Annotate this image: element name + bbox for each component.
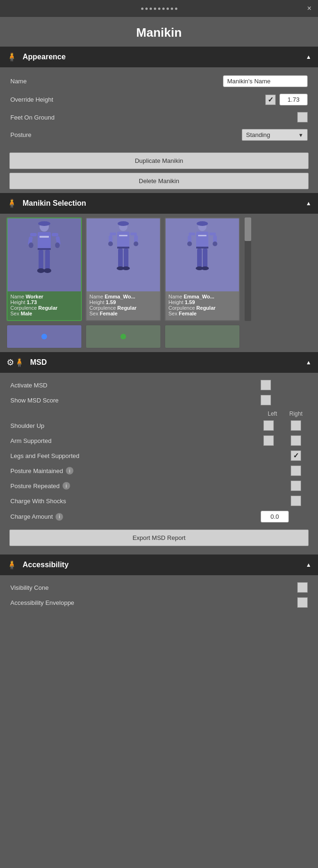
svg-rect-25 [124, 249, 128, 267]
posture-label: Posture [10, 131, 242, 138]
manikin-card-1[interactable]: Name Worker Height 1.73 Corpulence Regul… [7, 217, 82, 321]
activate-msd-label: Activate MSD [10, 382, 261, 389]
manikin-selection-header[interactable]: 🧍 Manikin Selection ▲ [0, 193, 318, 214]
posture-repeated-checks [284, 481, 308, 491]
card-2-sex: Female [100, 311, 118, 316]
appearance-section-body: Name Override Height Feet On Ground Post… [0, 67, 318, 149]
manikin-cards-area: Name Worker Height 1.73 Corpulence Regul… [0, 214, 318, 352]
svg-rect-3 [30, 233, 37, 236]
charge-with-shocks-checkbox[interactable] [291, 496, 301, 506]
svg-rect-9 [39, 250, 43, 270]
msd-section-header[interactable]: ⚙🧍 MSD ▲ [0, 352, 318, 373]
show-msd-score-checkbox[interactable] [261, 395, 271, 405]
svg-rect-10 [45, 250, 50, 270]
col-right-label: Right [284, 410, 308, 417]
posture-select[interactable]: Standing ▼ [242, 129, 308, 141]
override-height-checkbox[interactable] [265, 95, 276, 105]
svg-point-11 [37, 268, 45, 273]
svg-rect-33 [189, 233, 195, 235]
name-label: Name [10, 78, 223, 85]
posture-repeated-check-cell [284, 481, 308, 491]
override-height-row: Override Height [0, 90, 318, 109]
posture-control: Standing ▼ [242, 129, 308, 141]
activate-msd-row: Activate MSD [0, 378, 318, 393]
manikin-selection-icon: 🧍 [7, 198, 17, 209]
charge-with-shocks-check-cell [284, 496, 308, 506]
accessibility-envelope-row: Accessibility Enveloppe [0, 595, 318, 610]
svg-rect-4 [52, 233, 58, 236]
card-1-name: Worker [25, 294, 43, 299]
charge-with-shocks-row: Charge With Shocks [0, 493, 318, 508]
activate-msd-checkbox[interactable] [261, 380, 271, 390]
appearance-section-header[interactable]: 🧍 Appearence ▲ [0, 47, 318, 67]
svg-rect-40 [203, 249, 207, 267]
arm-supported-right-checkbox[interactable] [291, 435, 301, 446]
manikin-scroll-vertical[interactable] [245, 217, 251, 321]
arm-supported-label: Arm Supported [10, 437, 257, 444]
svg-point-8 [55, 242, 60, 248]
svg-point-23 [134, 241, 138, 246]
msd-collapse-arrow[interactable]: ▲ [306, 359, 311, 366]
arm-supported-right-cell [284, 435, 308, 446]
mini-card-3[interactable] [165, 325, 240, 348]
visibility-cone-checkbox[interactable] [297, 582, 308, 593]
accessibility-section-header[interactable]: 🧍 Accessibility ▲ [0, 555, 318, 575]
svg-rect-28 [119, 235, 127, 236]
posture-repeated-label: Posture Repeated i [10, 482, 284, 490]
svg-rect-18 [110, 233, 116, 235]
close-button[interactable]: × [307, 4, 311, 13]
name-row: Name [0, 72, 318, 90]
feet-on-ground-row: Feet On Ground [0, 109, 318, 126]
manikin-figure-3 [183, 221, 221, 289]
svg-rect-44 [196, 247, 208, 249]
shoulder-up-left-checkbox[interactable] [263, 420, 274, 431]
mini-cards-row [7, 325, 311, 352]
duplicate-row: Duplicate Manikin [0, 149, 318, 173]
visibility-cone-control [297, 582, 308, 593]
card-2-name: Emma_Wo... [104, 294, 135, 299]
visibility-cone-label: Visibility Cone [10, 584, 297, 591]
card-1-corpulence: Regular [38, 305, 57, 311]
manikin-figure-1 [25, 221, 63, 289]
accessibility-envelope-checkbox[interactable] [297, 597, 308, 608]
svg-rect-39 [197, 249, 202, 267]
appearance-collapse-arrow[interactable]: ▲ [306, 54, 311, 60]
export-msd-row: Export MSD Report [0, 525, 318, 550]
manikin-selection-arrow[interactable]: ▲ [306, 200, 311, 207]
drag-handle [141, 8, 177, 10]
scroll-thumb [245, 217, 251, 241]
charge-amount-label: Charge Amount i [10, 513, 261, 521]
shoulder-up-right-checkbox[interactable] [291, 420, 301, 431]
mini-card-1[interactable] [7, 325, 82, 348]
charge-amount-input[interactable] [261, 511, 289, 522]
shoulder-up-right-cell [284, 420, 308, 431]
arm-supported-left-checkbox[interactable] [263, 435, 274, 446]
name-input[interactable] [223, 75, 308, 87]
manikin-selection-label: Manikin Selection [23, 199, 300, 208]
svg-rect-19 [130, 233, 137, 235]
export-msd-button[interactable]: Export MSD Report [9, 530, 309, 546]
svg-point-31 [197, 221, 208, 226]
height-input[interactable] [279, 94, 308, 105]
feet-on-ground-checkbox[interactable] [297, 112, 308, 122]
manikin-card-2[interactable]: Name Emma_Wo... Height 1.59 Corpulence R… [86, 217, 161, 321]
manikin-card-3[interactable]: Name Emma_Wo... Height 1.59 Corpulence R… [165, 217, 240, 321]
legs-feet-checkbox[interactable] [291, 450, 301, 461]
arm-supported-left-cell [257, 435, 280, 446]
duplicate-button[interactable]: Duplicate Manikin [9, 153, 309, 169]
posture-maintained-checkbox[interactable] [291, 466, 301, 476]
posture-repeated-info-icon[interactable]: i [63, 482, 70, 490]
bottom-padding [0, 610, 318, 619]
delete-button[interactable]: Delete Manikin [9, 173, 309, 189]
posture-repeated-checkbox[interactable] [291, 481, 301, 491]
appearance-section-label: Appearence [23, 53, 300, 61]
charge-amount-info-icon[interactable]: i [56, 513, 63, 521]
show-msd-score-label: Show MSD Score [10, 397, 261, 404]
posture-maintained-info-icon[interactable]: i [66, 467, 73, 474]
activate-msd-check-area [261, 380, 308, 390]
accessibility-collapse-arrow[interactable]: ▲ [306, 562, 311, 568]
svg-point-1 [38, 221, 50, 226]
legs-feet-checks [284, 450, 308, 461]
svg-point-22 [108, 241, 113, 246]
mini-card-2[interactable] [86, 325, 161, 348]
